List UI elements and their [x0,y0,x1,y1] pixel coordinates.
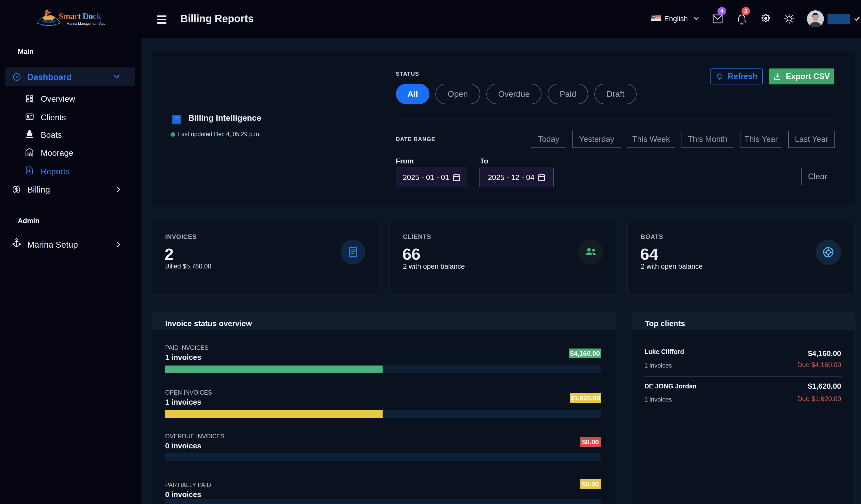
svg-text:Marina Management App: Marina Management App [67,22,105,26]
svg-text:Smart Dock: Smart Dock [58,11,101,21]
